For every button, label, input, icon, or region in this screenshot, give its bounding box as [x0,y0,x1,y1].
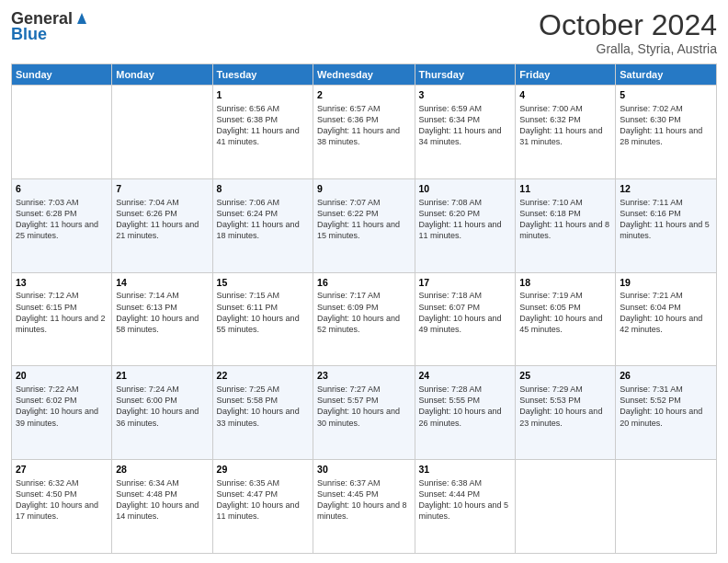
calendar-cell: 22Sunrise: 7:25 AM Sunset: 5:58 PM Dayli… [212,366,313,460]
calendar-cell: 21Sunrise: 7:24 AM Sunset: 6:00 PM Dayli… [112,366,212,460]
day-number: 4 [519,88,611,102]
day-number: 14 [116,276,208,290]
calendar-cell [112,86,212,179]
day-info: Sunrise: 7:25 AM Sunset: 5:58 PM Dayligh… [217,384,309,429]
day-number: 18 [519,276,611,290]
day-number: 27 [16,463,108,477]
week-row-5: 27Sunrise: 6:32 AM Sunset: 4:50 PM Dayli… [12,460,717,554]
day-number: 6 [16,182,108,196]
day-number: 22 [217,369,309,383]
day-info: Sunrise: 7:19 AM Sunset: 6:05 PM Dayligh… [519,290,611,335]
day-number: 24 [419,369,512,383]
calendar-cell: 31Sunrise: 6:38 AM Sunset: 4:44 PM Dayli… [415,460,516,554]
days-header-row: Sunday Monday Tuesday Wednesday Thursday… [12,64,717,86]
day-number: 3 [419,88,512,102]
calendar-cell: 26Sunrise: 7:31 AM Sunset: 5:52 PM Dayli… [616,366,717,460]
day-number: 21 [116,369,208,383]
calendar-cell: 15Sunrise: 7:15 AM Sunset: 6:11 PM Dayli… [212,272,313,366]
calendar-cell [12,86,112,179]
calendar-cell: 28Sunrise: 6:34 AM Sunset: 4:48 PM Dayli… [112,460,212,554]
location: Gralla, Styria, Austria [539,41,717,56]
day-number: 17 [419,276,512,290]
day-info: Sunrise: 7:17 AM Sunset: 6:09 PM Dayligh… [317,290,410,335]
calendar-cell: 11Sunrise: 7:10 AM Sunset: 6:18 PM Dayli… [516,178,616,272]
week-row-1: 1Sunrise: 6:56 AM Sunset: 6:38 PM Daylig… [12,86,717,179]
day-number: 26 [620,369,712,383]
day-info: Sunrise: 7:10 AM Sunset: 6:18 PM Dayligh… [519,197,611,242]
week-row-2: 6Sunrise: 7:03 AM Sunset: 6:28 PM Daylig… [12,178,717,272]
day-info: Sunrise: 7:04 AM Sunset: 6:26 PM Dayligh… [116,197,208,242]
day-info: Sunrise: 7:15 AM Sunset: 6:11 PM Dayligh… [217,290,309,335]
day-info: Sunrise: 7:31 AM Sunset: 5:52 PM Dayligh… [620,384,712,429]
calendar-cell: 19Sunrise: 7:21 AM Sunset: 6:04 PM Dayli… [616,272,717,366]
day-number: 5 [620,88,712,102]
calendar-cell: 1Sunrise: 6:56 AM Sunset: 6:38 PM Daylig… [212,86,313,179]
calendar-cell: 12Sunrise: 7:11 AM Sunset: 6:16 PM Dayli… [616,178,717,272]
calendar-cell: 16Sunrise: 7:17 AM Sunset: 6:09 PM Dayli… [313,272,415,366]
calendar-cell: 7Sunrise: 7:04 AM Sunset: 6:26 PM Daylig… [112,178,212,272]
logo: General Blue [11,9,90,44]
day-info: Sunrise: 6:37 AM Sunset: 4:45 PM Dayligh… [317,477,410,523]
day-info: Sunrise: 7:02 AM Sunset: 6:30 PM Dayligh… [620,103,712,148]
day-number: 23 [317,369,410,383]
calendar-cell: 30Sunrise: 6:37 AM Sunset: 4:45 PM Dayli… [313,460,415,554]
header-thursday: Thursday [415,64,516,86]
day-info: Sunrise: 7:27 AM Sunset: 5:57 PM Dayligh… [317,384,410,429]
header-saturday: Saturday [616,64,717,86]
logo-triangle-icon [74,9,90,26]
calendar-cell [616,460,717,554]
calendar-cell: 24Sunrise: 7:28 AM Sunset: 5:55 PM Dayli… [415,366,516,460]
calendar-header: General Blue October 2024 Gralla, Styria… [11,9,717,56]
calendar-cell: 3Sunrise: 6:59 AM Sunset: 6:34 PM Daylig… [415,86,516,179]
calendar-cell: 18Sunrise: 7:19 AM Sunset: 6:05 PM Dayli… [516,272,616,366]
header-wednesday: Wednesday [313,64,415,86]
calendar-cell: 14Sunrise: 7:14 AM Sunset: 6:13 PM Dayli… [112,272,212,366]
svg-marker-0 [77,13,86,24]
day-number: 7 [116,182,208,196]
day-number: 19 [620,276,712,290]
day-number: 13 [16,276,108,290]
day-number: 8 [217,182,309,196]
day-info: Sunrise: 7:08 AM Sunset: 6:20 PM Dayligh… [419,197,512,242]
calendar-cell: 8Sunrise: 7:06 AM Sunset: 6:24 PM Daylig… [212,178,313,272]
day-info: Sunrise: 7:29 AM Sunset: 5:53 PM Dayligh… [519,384,611,429]
day-number: 29 [217,463,309,477]
header-tuesday: Tuesday [212,64,313,86]
day-info: Sunrise: 7:22 AM Sunset: 6:02 PM Dayligh… [16,384,108,429]
day-number: 9 [317,182,410,196]
day-info: Sunrise: 6:59 AM Sunset: 6:34 PM Dayligh… [419,103,512,148]
day-number: 16 [317,276,410,290]
calendar-cell: 17Sunrise: 7:18 AM Sunset: 6:07 PM Dayli… [415,272,516,366]
day-info: Sunrise: 7:06 AM Sunset: 6:24 PM Dayligh… [217,197,309,242]
day-info: Sunrise: 6:38 AM Sunset: 4:44 PM Dayligh… [419,477,512,523]
day-info: Sunrise: 7:11 AM Sunset: 6:16 PM Dayligh… [620,197,712,242]
calendar-cell: 13Sunrise: 7:12 AM Sunset: 6:15 PM Dayli… [12,272,112,366]
day-number: 11 [519,182,611,196]
day-info: Sunrise: 7:18 AM Sunset: 6:07 PM Dayligh… [419,290,512,335]
day-info: Sunrise: 6:32 AM Sunset: 4:50 PM Dayligh… [16,477,108,523]
day-number: 1 [217,88,309,102]
day-info: Sunrise: 7:24 AM Sunset: 6:00 PM Dayligh… [116,384,208,429]
day-number: 2 [317,88,410,102]
calendar-cell: 5Sunrise: 7:02 AM Sunset: 6:30 PM Daylig… [616,86,717,179]
day-info: Sunrise: 7:14 AM Sunset: 6:13 PM Dayligh… [116,290,208,335]
day-number: 12 [620,182,712,196]
calendar-cell: 29Sunrise: 6:35 AM Sunset: 4:47 PM Dayli… [212,460,313,554]
day-info: Sunrise: 6:56 AM Sunset: 6:38 PM Dayligh… [217,103,309,148]
day-info: Sunrise: 6:35 AM Sunset: 4:47 PM Dayligh… [217,477,309,523]
day-info: Sunrise: 7:03 AM Sunset: 6:28 PM Dayligh… [16,197,108,242]
header-friday: Friday [516,64,616,86]
day-info: Sunrise: 7:21 AM Sunset: 6:04 PM Dayligh… [620,290,712,335]
calendar-cell: 10Sunrise: 7:08 AM Sunset: 6:20 PM Dayli… [415,178,516,272]
day-info: Sunrise: 6:34 AM Sunset: 4:48 PM Dayligh… [116,477,208,523]
calendar-cell: 6Sunrise: 7:03 AM Sunset: 6:28 PM Daylig… [12,178,112,272]
calendar-cell: 2Sunrise: 6:57 AM Sunset: 6:36 PM Daylig… [313,86,415,179]
day-number: 20 [16,369,108,383]
calendar-table: Sunday Monday Tuesday Wednesday Thursday… [11,63,717,554]
calendar-cell: 23Sunrise: 7:27 AM Sunset: 5:57 PM Dayli… [313,366,415,460]
logo-blue: Blue [11,25,47,44]
calendar-cell: 20Sunrise: 7:22 AM Sunset: 6:02 PM Dayli… [12,366,112,460]
day-number: 25 [519,369,611,383]
title-area: October 2024 Gralla, Styria, Austria [539,9,717,56]
day-number: 30 [317,463,410,477]
